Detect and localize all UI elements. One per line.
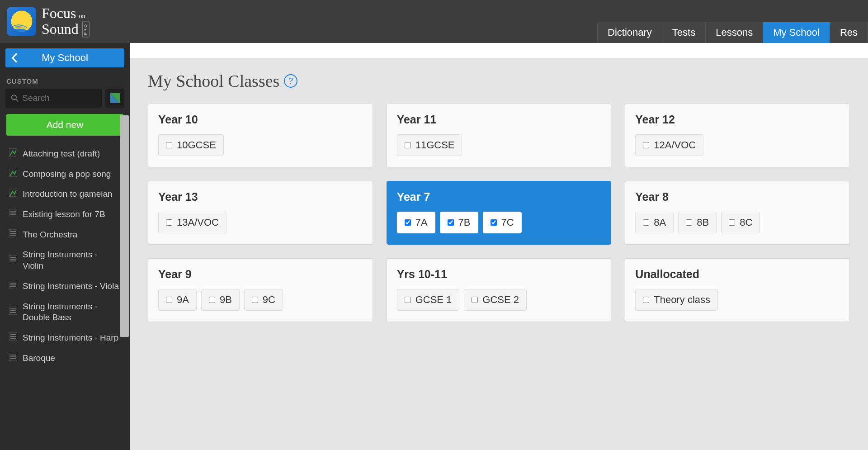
class-chip[interactable]: GCSE 1: [397, 289, 460, 311]
class-chip[interactable]: 9B: [201, 289, 240, 311]
brand-line2: Sound: [42, 21, 79, 37]
lesson-icon: [9, 209, 17, 220]
class-chip-checkbox[interactable]: [643, 297, 649, 303]
sidebar-scrollbar[interactable]: [120, 115, 129, 337]
class-chip[interactable]: GCSE 2: [464, 289, 527, 311]
class-chip-checkbox[interactable]: [643, 219, 649, 226]
add-new-label: Add new: [47, 119, 84, 130]
nav-tab-my-school[interactable]: My School: [763, 22, 830, 43]
sidebar: My School CUSTOM Add new Attaching test …: [0, 43, 130, 450]
class-chip[interactable]: 13A/VOC: [158, 212, 226, 233]
lesson-item[interactable]: Composing a pop song: [0, 164, 130, 185]
class-chip[interactable]: 9A: [158, 289, 197, 311]
class-chip-checkbox[interactable]: [166, 297, 172, 303]
class-card[interactable]: Year 1313A/VOC: [148, 181, 373, 245]
class-chip-checkbox[interactable]: [405, 142, 411, 148]
nav-tab-dictionary[interactable]: Dictionary: [597, 22, 662, 43]
nav-tab-res[interactable]: Res: [830, 22, 868, 43]
class-card[interactable]: Year 99A9B9C: [148, 258, 373, 322]
class-chip-checkbox[interactable]: [729, 219, 735, 226]
search-input[interactable]: [22, 93, 96, 103]
lesson-label: Existing lesson for 7B: [23, 209, 105, 220]
class-chip-checkbox[interactable]: [448, 219, 454, 226]
lesson-item[interactable]: String Instruments - Harp: [0, 328, 130, 348]
class-card[interactable]: UnallocatedTheory class: [625, 258, 850, 322]
lesson-item[interactable]: Introduction to gamelan: [0, 184, 130, 204]
class-card[interactable]: Year 77A7B7C: [387, 181, 612, 245]
class-chip-checkbox[interactable]: [472, 297, 478, 303]
class-chip[interactable]: 12A/VOC: [635, 134, 703, 156]
class-card-title: Year 8: [635, 190, 840, 204]
filter-button[interactable]: [105, 89, 124, 108]
class-chip-checkbox[interactable]: [405, 219, 411, 226]
lesson-item[interactable]: Attaching test (draft): [0, 144, 130, 164]
lesson-item[interactable]: String Instruments - Viola: [0, 276, 130, 297]
search-box[interactable]: [5, 89, 102, 108]
lesson-item[interactable]: Baroque: [0, 348, 130, 369]
class-chip-label: 8A: [654, 217, 666, 228]
class-chip[interactable]: Theory class: [635, 289, 718, 311]
class-chip[interactable]: 9C: [244, 289, 283, 311]
class-chip-checkbox[interactable]: [166, 219, 172, 226]
class-card[interactable]: Year 1010GCSE: [148, 104, 373, 167]
sidebar-header-back[interactable]: My School: [5, 48, 124, 67]
class-chip-label: 12A/VOC: [654, 139, 696, 151]
class-chip-checkbox[interactable]: [252, 297, 258, 303]
main-container: My School CUSTOM Add new Attaching test …: [0, 43, 868, 450]
svg-point-2: [12, 95, 16, 99]
lesson-icon: [9, 169, 17, 180]
class-chip-label: 10GCSE: [177, 139, 216, 151]
class-card[interactable]: Year 88A8B8C: [625, 181, 850, 245]
nav-tab-tests[interactable]: Tests: [662, 22, 706, 43]
class-card-title: Yrs 10-11: [397, 268, 601, 281]
sidebar-section-label: CUSTOM: [0, 73, 130, 89]
class-chip-label: 7A: [415, 217, 428, 228]
class-chip[interactable]: 8A: [635, 212, 674, 233]
class-chip-label: 8B: [697, 217, 709, 228]
nav-tab-lessons[interactable]: Lessons: [706, 22, 763, 43]
class-card-title: Year 13: [158, 190, 363, 204]
class-chip[interactable]: 10GCSE: [158, 134, 224, 156]
lesson-label: String Instruments - Viola: [23, 281, 119, 292]
chip-row: 11GCSE: [397, 134, 601, 156]
class-chip-checkbox[interactable]: [166, 142, 172, 148]
class-chip-label: 8C: [740, 217, 752, 228]
class-chip-checkbox[interactable]: [209, 297, 215, 303]
brand-line1b: on: [79, 13, 85, 19]
class-card[interactable]: Yrs 10-11GCSE 1GCSE 2: [387, 258, 612, 322]
class-chip-label: 11GCSE: [415, 139, 455, 151]
class-chip[interactable]: 8C: [721, 212, 760, 233]
content: My School Classes ? Year 1010GCSEYear 11…: [130, 43, 868, 450]
class-card-title: Unallocated: [635, 268, 840, 281]
class-chip-label: 13A/VOC: [177, 217, 219, 228]
pro-badge: PRO: [82, 21, 90, 38]
help-icon: ?: [288, 76, 293, 86]
class-card[interactable]: Year 1212A/VOC: [625, 104, 850, 167]
lesson-icon: [9, 229, 17, 241]
class-chip-checkbox[interactable]: [686, 219, 692, 226]
lesson-item[interactable]: String Instruments - Violin: [0, 245, 130, 276]
class-card[interactable]: Year 1111GCSE: [387, 104, 612, 167]
help-button[interactable]: ?: [284, 74, 297, 88]
class-chip[interactable]: 8B: [678, 212, 717, 233]
class-chip[interactable]: 7C: [483, 212, 522, 233]
lesson-item[interactable]: String Instruments - Double Bass: [0, 297, 130, 328]
logo-text: Focus on Sound PRO: [42, 5, 90, 38]
lesson-item[interactable]: Existing lesson for 7B: [0, 204, 130, 225]
class-chip[interactable]: 7B: [440, 212, 478, 233]
lesson-item[interactable]: The Orchestra: [0, 225, 130, 245]
class-card-title: Year 7: [397, 190, 601, 204]
class-chip[interactable]: 7A: [397, 212, 435, 233]
lesson-label: Introduction to gamelan: [23, 189, 113, 200]
chip-row: 10GCSE: [158, 134, 363, 156]
chip-row: GCSE 1GCSE 2: [397, 289, 601, 311]
add-new-button[interactable]: Add new: [6, 114, 123, 136]
chip-row: 13A/VOC: [158, 212, 363, 233]
class-chip[interactable]: 11GCSE: [397, 134, 462, 156]
class-chip-checkbox[interactable]: [491, 219, 497, 226]
class-chip-checkbox[interactable]: [643, 142, 649, 148]
class-chip-checkbox[interactable]: [405, 297, 411, 303]
lesson-icon: [9, 332, 17, 344]
filter-icon: [110, 93, 120, 103]
lesson-icon: [9, 307, 17, 318]
